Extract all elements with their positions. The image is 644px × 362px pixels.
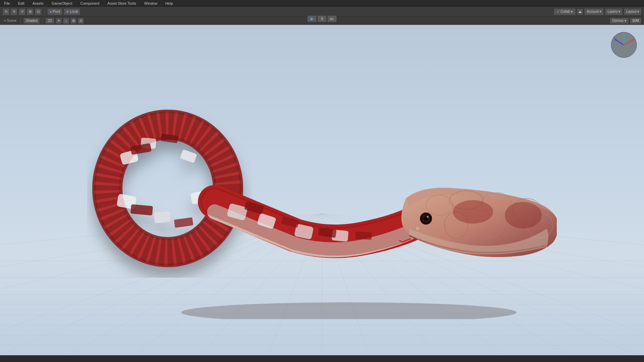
scene-tab-label: ≡ Scene (3, 18, 18, 23)
layout-btn[interactable]: Layout ▾ (624, 8, 641, 15)
svg-text:Y: Y (623, 37, 625, 40)
orientation-gizmo[interactable]: Y X Z (610, 32, 637, 58)
menu-assets[interactable]: Assets (31, 1, 45, 6)
snake-shadow (181, 302, 517, 319)
gizmos-btn[interactable]: Gizmos ▾ (610, 18, 629, 24)
cloud-button[interactable]: ☁ (577, 9, 583, 15)
2d-btn[interactable]: 2D (45, 18, 54, 24)
svg-rect-35 (154, 211, 171, 223)
menu-component[interactable]: Component (79, 1, 101, 6)
play-button[interactable]: ▶ (307, 15, 317, 22)
sun-btn[interactable]: ☀ (56, 18, 62, 24)
svg-rect-36 (180, 149, 197, 163)
step-button[interactable]: ⏭ (327, 15, 337, 22)
menu-file[interactable]: File (3, 1, 11, 6)
layers-btn[interactable]: Layers ▾ (605, 8, 623, 15)
menu-help[interactable]: Help (164, 1, 174, 6)
all-btn[interactable]: ☰All (630, 18, 641, 24)
resolution-btn[interactable]: ⊟ (78, 18, 84, 24)
tool-move[interactable]: ✛ (11, 8, 17, 15)
tool-hand[interactable]: ⟲ (3, 8, 9, 15)
menu-edit[interactable]: Edit (17, 1, 26, 6)
menu-assetstore[interactable]: Asset Store Tools (106, 1, 137, 6)
shaded-btn[interactable]: Shaded (23, 18, 40, 24)
audio-btn[interactable]: ♪ (63, 18, 69, 24)
svg-rect-41 (174, 217, 194, 228)
collab-btn[interactable]: ✓ Collab ▾ (554, 8, 576, 15)
svg-text:X: X (632, 36, 634, 39)
tool-rect[interactable]: ⊡ (35, 8, 42, 15)
svg-point-62 (416, 227, 419, 230)
svg-text:Z: Z (614, 36, 615, 39)
sep-2d (42, 17, 43, 24)
svg-rect-49 (355, 232, 372, 240)
svg-point-61 (427, 216, 429, 218)
snake-body-mid (215, 201, 409, 250)
account-btn[interactable]: Account ▾ (584, 8, 604, 15)
status-bar (0, 355, 644, 362)
sep-scene (20, 17, 21, 24)
snake-head (399, 188, 557, 257)
main-toolbar: ⟲ ✛ ↺ ⊞ ⊡ ● Pivot ⊕ Local ▶ ⏸ ⏭ ✓ Collab… (0, 7, 644, 17)
pivot-btn[interactable]: ● Pivot (47, 8, 62, 15)
svg-rect-40 (130, 204, 153, 216)
tool-rotate[interactable]: ↺ (19, 8, 25, 15)
svg-point-58 (453, 200, 493, 224)
tool-scale[interactable]: ⊞ (27, 8, 34, 15)
local-btn[interactable]: ⊕ Local (64, 8, 80, 15)
pause-button[interactable]: ⏸ (317, 15, 327, 22)
fx-btn[interactable]: ⊞ (70, 18, 76, 24)
viewport[interactable]: Y X Z (0, 25, 644, 355)
play-controls: ▶ ⏸ ⏭ (307, 15, 337, 22)
menu-gameobject[interactable]: GameObject (50, 1, 74, 6)
svg-point-59 (505, 202, 542, 229)
menu-window[interactable]: Window (143, 1, 159, 6)
sep-1 (44, 8, 45, 15)
right-toolbar: ✓ Collab ▾ ☁ Account ▾ Layers ▾ Layout ▾ (554, 8, 641, 15)
right-scene-toolbar: Gizmos ▾ ☰All (610, 18, 641, 24)
snake-model (87, 84, 557, 319)
title-bar: File Edit Assets GameObject Component As… (0, 0, 644, 7)
